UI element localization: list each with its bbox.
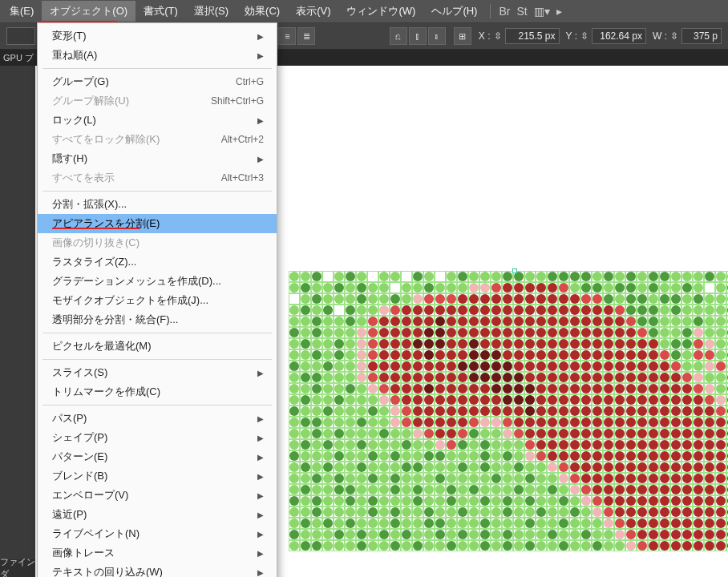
align-button[interactable]: ≣	[297, 27, 315, 45]
layout-icon[interactable]: ▥▾	[531, 5, 553, 18]
mosaic-cell	[603, 462, 614, 473]
mosaic-cell	[289, 305, 300, 316]
menu-item-label: 遠近(P)	[52, 507, 87, 522]
mosaic-cell	[367, 282, 378, 293]
menu-item-隠す(H)[interactable]: 隠す(H)▶	[38, 149, 277, 168]
menu-item-ロック(L)[interactable]: ロック(L)▶	[38, 111, 277, 130]
menu-item-パス(P)[interactable]: パス(P)▶	[38, 409, 277, 428]
stepper-icon[interactable]: ⇳	[494, 30, 502, 42]
menu-item-label: ロック(L)	[52, 113, 96, 127]
menu-選択(S)[interactable]: 選択(S)	[186, 1, 237, 22]
mosaic-cell	[693, 406, 704, 417]
mosaic-cell	[311, 383, 322, 394]
mosaic-cell	[637, 406, 648, 417]
menu-書式(T)[interactable]: 書式(T)	[135, 1, 186, 22]
menu-item-ブレンド(B)[interactable]: ブレンド(B)▶	[38, 466, 277, 486]
menu-item-アピアランスを分割(E)[interactable]: アピアランスを分割(E)	[38, 214, 277, 233]
bridge-icon[interactable]: Br	[495, 5, 513, 18]
distribute-button[interactable]: ⫿	[409, 27, 427, 45]
menu-表示(V)[interactable]: 表示(V)	[288, 1, 338, 22]
mosaic-cell	[412, 349, 423, 361]
mosaic-cell	[715, 439, 726, 450]
mosaic-cell	[704, 372, 715, 383]
x-input[interactable]	[505, 28, 560, 44]
y-input[interactable]	[592, 28, 646, 44]
gpu-preview-label: GPU プ	[3, 52, 34, 64]
menu-集(E)[interactable]: 集(E)	[2, 1, 42, 22]
menu-item-重ね順(A)[interactable]: 重ね順(A)▶	[38, 46, 277, 65]
pathfinder-tab[interactable]: ファインダ	[0, 559, 35, 577]
menu-効果(C)[interactable]: 効果(C)	[237, 1, 288, 22]
menu-item-テキストの回り込み(W)[interactable]: テキストの回り込み(W)▶	[38, 563, 277, 577]
mosaic-cell	[378, 473, 390, 484]
mosaic-cell	[681, 338, 693, 349]
menubar-sep	[490, 4, 491, 18]
grid-icon[interactable]: ⊞	[454, 27, 471, 45]
menu-item-画像トレース[interactable]: 画像トレース▶	[38, 543, 277, 563]
stepper-icon[interactable]: ⇳	[670, 30, 678, 42]
mosaic-cell	[614, 540, 625, 551]
mosaic-cell	[670, 372, 681, 383]
menu-ヘルプ(H)[interactable]: ヘルプ(H)	[423, 1, 485, 22]
mosaic-cell	[435, 372, 446, 383]
mosaic-cell	[715, 529, 726, 540]
align-button[interactable]: ≡	[278, 27, 296, 45]
stepper-icon[interactable]: ⇳	[580, 30, 588, 42]
menu-separator	[42, 405, 272, 406]
mosaic-cell	[524, 293, 536, 305]
menu-item-グループ(G)[interactable]: グループ(G)Ctrl+G	[38, 72, 277, 91]
distribute-button[interactable]: ⫾	[428, 27, 446, 45]
menu-ウィンドウ(W)[interactable]: ウィンドウ(W)	[338, 1, 423, 22]
menu-item-分割・拡張(X)...[interactable]: 分割・拡張(X)...	[38, 195, 277, 214]
stock-icon[interactable]: St	[513, 5, 530, 18]
tools-panel[interactable]	[0, 66, 35, 577]
mosaic-cell	[569, 518, 580, 529]
menu-item-ライブペイント(N)[interactable]: ライブペイント(N)▶	[38, 524, 277, 543]
mosaic-cell	[446, 540, 457, 551]
menu-item-スライス(S)[interactable]: スライス(S)▶	[38, 363, 277, 382]
mosaic-cell	[289, 383, 300, 394]
mosaic-cell	[637, 529, 648, 540]
mosaic-cell	[401, 338, 412, 349]
menu-item-グラデーションメッシュを作成(D)...[interactable]: グラデーションメッシュを作成(D)...	[38, 272, 277, 291]
menu-item-シェイプ(P)[interactable]: シェイプ(P)▶	[38, 428, 277, 447]
mosaic-cell	[491, 316, 502, 327]
w-input[interactable]	[681, 28, 722, 44]
mosaic-cell	[603, 450, 614, 462]
menu-item-label: エンベロープ(V)	[52, 488, 128, 502]
menu-item-変形(T)[interactable]: 変形(T)▶	[38, 26, 277, 46]
mosaic-cell	[614, 282, 625, 293]
menu-item-トリムマークを作成(C)[interactable]: トリムマークを作成(C)	[38, 382, 277, 401]
selection-handle[interactable]	[512, 268, 517, 273]
mosaic-cell	[435, 450, 446, 462]
mosaic-cell	[614, 529, 625, 540]
menu-item-モザイクオブジェクトを作成(J)...[interactable]: モザイクオブジェクトを作成(J)...	[38, 291, 277, 310]
mosaic-cell	[592, 540, 603, 551]
menu-item-エンベロープ(V)[interactable]: エンベロープ(V)▶	[38, 486, 277, 505]
menu-item-label: アピアランスを分割(E)	[52, 216, 160, 231]
menu-オブジェクト(O)[interactable]: オブジェクト(O)	[42, 1, 135, 22]
mosaic-cell	[356, 406, 367, 417]
mosaic-cell	[435, 338, 446, 349]
menu-item-すべてをロック解除(K): すべてをロック解除(K)Alt+Ctrl+2	[38, 130, 277, 149]
fill-swatch[interactable]	[6, 27, 35, 45]
menu-item-遠近(P)[interactable]: 遠近(P)▶	[38, 505, 277, 524]
menu-item-透明部分を分割・統合(F)...[interactable]: 透明部分を分割・統合(F)...	[38, 310, 277, 329]
menu-item-パターン(E)[interactable]: パターン(E)▶	[38, 447, 277, 466]
mosaic-cell	[423, 271, 435, 282]
mosaic-cell	[289, 540, 300, 551]
mosaic-cell	[681, 439, 693, 450]
mosaic-cell	[704, 462, 715, 473]
mosaic-cell	[423, 383, 435, 394]
distribute-button[interactable]: ⎌	[390, 27, 407, 45]
mosaic-cell	[637, 394, 648, 406]
mosaic-artwork[interactable]	[289, 271, 728, 551]
search-icon[interactable]: ▸	[553, 5, 565, 18]
mosaic-cell	[648, 282, 659, 293]
menu-item-ピクセルを最適化(M)[interactable]: ピクセルを最適化(M)	[38, 337, 277, 356]
mosaic-cell	[322, 428, 334, 439]
mosaic-cell	[300, 349, 311, 361]
mosaic-cell	[412, 495, 423, 506]
mosaic-cell	[423, 518, 435, 529]
menu-item-ラスタライズ(Z)...[interactable]: ラスタライズ(Z)...	[38, 252, 277, 272]
